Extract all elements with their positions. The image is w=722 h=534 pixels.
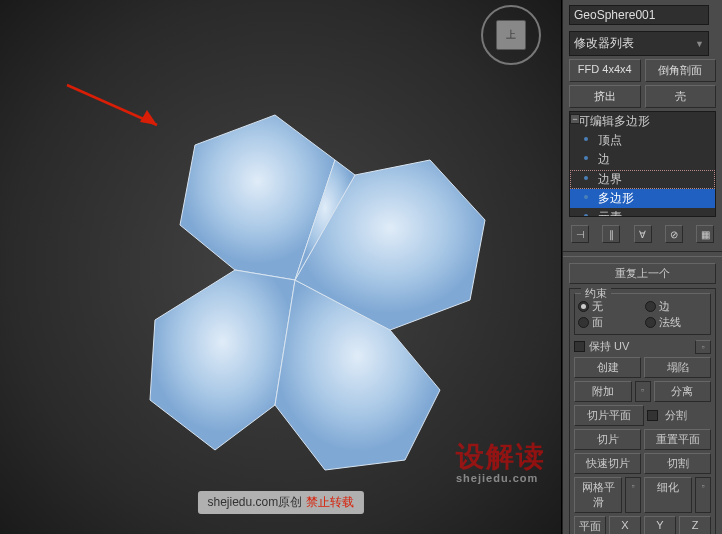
planarize-y-button[interactable]: Y (644, 516, 676, 534)
watermark-footer: shejiedu.com原创 禁止转载 (197, 491, 363, 514)
msmooth-button[interactable]: 网格平滑 (574, 477, 622, 513)
reset-plane-button[interactable]: 重置平面 (644, 429, 711, 450)
preserve-uv-checkbox[interactable]: 保持 UV ▫ (574, 339, 711, 354)
preserve-uv-settings-icon[interactable]: ▫ (695, 340, 711, 354)
collapse-toggle-icon[interactable]: − (570, 114, 580, 124)
ffd-button[interactable]: FFD 4x4x4 (569, 59, 641, 82)
planarize-z-button[interactable]: Z (679, 516, 711, 534)
split-checkbox[interactable]: 分割 (647, 405, 711, 426)
configure-sets-icon[interactable]: ▦ (696, 225, 714, 243)
3d-viewport[interactable]: 上 设解读 shejiedu.com shejiedu.com原创 禁止转载 (0, 0, 562, 534)
constraint-normal-radio[interactable]: 法线 (645, 315, 708, 330)
stack-sub-polygon[interactable]: 多边形 (570, 189, 715, 208)
shell-button[interactable]: 壳 (645, 85, 717, 108)
constraint-none-radio[interactable]: 无 (578, 299, 641, 314)
watermark-logo: 设解读 shejiedu.com (456, 438, 546, 484)
repeat-last-button[interactable]: 重复上一个 (569, 263, 716, 284)
viewcube-top-face[interactable]: 上 (496, 20, 526, 50)
svg-marker-3 (150, 270, 295, 450)
slice-plane-button[interactable]: 切片平面 (574, 405, 644, 426)
show-end-result-icon[interactable]: ∥ (602, 225, 620, 243)
edit-rollout: 约束 无 边 面 法线 保持 UV ▫ 创建 塌陷 附加 ▫ (569, 288, 716, 534)
pin-stack-icon[interactable]: ⊣ (571, 225, 589, 243)
attach-settings-icon[interactable]: ▫ (635, 381, 651, 402)
msmooth-settings-icon[interactable]: ▫ (625, 477, 641, 513)
stack-toolbar: ⊣ ∥ ∀ ⊘ ▦ (563, 220, 722, 248)
planarize-x-button[interactable]: X (609, 516, 641, 534)
quickslice-button[interactable]: 快速切片 (574, 453, 641, 474)
stack-sub-vertex[interactable]: 顶点 (570, 131, 715, 150)
viewcube[interactable]: 上 (481, 5, 541, 65)
modifier-stack[interactable]: − 可编辑多边形 顶点 边 边界 多边形 元素 (569, 111, 716, 217)
panel-divider (563, 251, 722, 257)
object-name-field[interactable] (569, 5, 709, 25)
constraint-face-radio[interactable]: 面 (578, 315, 641, 330)
modify-panel: 修改器列表 ▼ FFD 4x4x4 倒角剖面 挤出 壳 − 可编辑多边形 顶点 … (562, 0, 722, 534)
constraint-edge-radio[interactable]: 边 (645, 299, 708, 314)
chevron-down-icon: ▼ (695, 39, 704, 49)
remove-modifier-icon[interactable]: ⊘ (665, 225, 683, 243)
modifier-list-dropdown[interactable]: 修改器列表 ▼ (569, 31, 709, 56)
slice-button[interactable]: 切片 (574, 429, 641, 450)
stack-sub-edge[interactable]: 边 (570, 150, 715, 169)
stack-root-item[interactable]: − 可编辑多边形 (570, 112, 715, 131)
geometry-preview (95, 80, 495, 480)
tessellate-settings-icon[interactable]: ▫ (695, 477, 711, 513)
cut-button[interactable]: 切割 (644, 453, 711, 474)
tessellate-button[interactable]: 细化 (644, 477, 692, 513)
extrude-button[interactable]: 挤出 (569, 85, 641, 108)
detach-button[interactable]: 分离 (654, 381, 712, 402)
planarize-button[interactable]: 平面化 (574, 516, 606, 534)
attach-button[interactable]: 附加 (574, 381, 632, 402)
constraints-group: 约束 无 边 面 法线 (574, 293, 711, 335)
create-button[interactable]: 创建 (574, 357, 641, 378)
stack-sub-border[interactable]: 边界 (570, 170, 715, 189)
constraints-label: 约束 (581, 286, 611, 301)
stack-sub-element[interactable]: 元素 (570, 208, 715, 217)
make-unique-icon[interactable]: ∀ (634, 225, 652, 243)
chamfer-button[interactable]: 倒角剖面 (645, 59, 717, 82)
collapse-button[interactable]: 塌陷 (644, 357, 711, 378)
modifier-list-label: 修改器列表 (574, 35, 634, 52)
